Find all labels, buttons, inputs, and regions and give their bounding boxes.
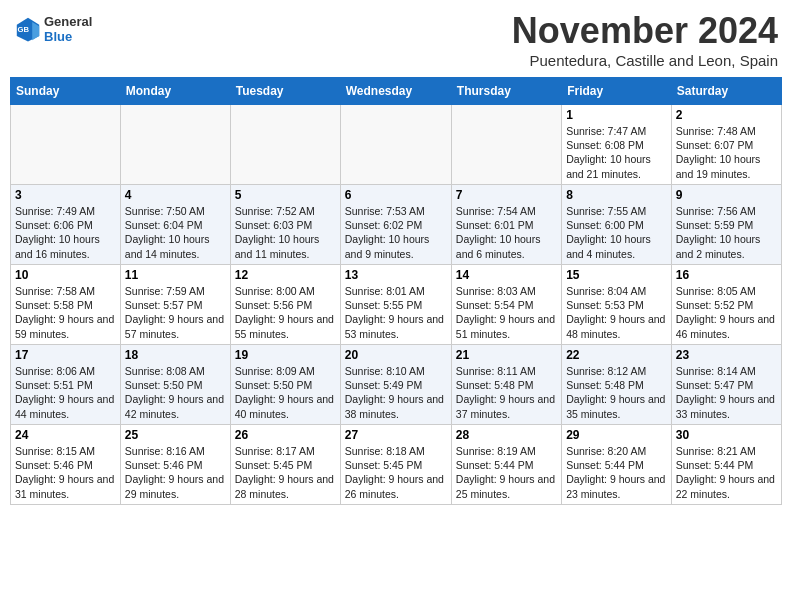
cell-details: Sunrise: 8:11 AMSunset: 5:48 PMDaylight:… — [456, 364, 557, 421]
calendar-cell: 9Sunrise: 7:56 AMSunset: 5:59 PMDaylight… — [671, 185, 781, 265]
cell-details: Sunrise: 8:10 AMSunset: 5:49 PMDaylight:… — [345, 364, 447, 421]
cell-details: Sunrise: 8:16 AMSunset: 5:46 PMDaylight:… — [125, 444, 226, 501]
calendar-cell: 11Sunrise: 7:59 AMSunset: 5:57 PMDayligh… — [120, 265, 230, 345]
calendar-cell: 20Sunrise: 8:10 AMSunset: 5:49 PMDayligh… — [340, 345, 451, 425]
calendar-cell: 4Sunrise: 7:50 AMSunset: 6:04 PMDaylight… — [120, 185, 230, 265]
calendar-cell: 22Sunrise: 8:12 AMSunset: 5:48 PMDayligh… — [562, 345, 672, 425]
day-number: 2 — [676, 108, 777, 122]
cell-details: Sunrise: 8:00 AMSunset: 5:56 PMDaylight:… — [235, 284, 336, 341]
day-number: 12 — [235, 268, 336, 282]
day-number: 30 — [676, 428, 777, 442]
cell-details: Sunrise: 7:56 AMSunset: 5:59 PMDaylight:… — [676, 204, 777, 261]
logo-text: General Blue — [44, 14, 92, 44]
day-number: 28 — [456, 428, 557, 442]
cell-details: Sunrise: 8:12 AMSunset: 5:48 PMDaylight:… — [566, 364, 667, 421]
day-number: 10 — [15, 268, 116, 282]
day-number: 19 — [235, 348, 336, 362]
calendar-row: 17Sunrise: 8:06 AMSunset: 5:51 PMDayligh… — [11, 345, 782, 425]
day-number: 29 — [566, 428, 667, 442]
cell-details: Sunrise: 8:20 AMSunset: 5:44 PMDaylight:… — [566, 444, 667, 501]
cell-details: Sunrise: 8:06 AMSunset: 5:51 PMDaylight:… — [15, 364, 116, 421]
cell-details: Sunrise: 8:04 AMSunset: 5:53 PMDaylight:… — [566, 284, 667, 341]
weekday-header-cell: Saturday — [671, 78, 781, 105]
month-title: November 2024 — [512, 10, 778, 52]
day-number: 15 — [566, 268, 667, 282]
cell-details: Sunrise: 8:15 AMSunset: 5:46 PMDaylight:… — [15, 444, 116, 501]
cell-details: Sunrise: 8:14 AMSunset: 5:47 PMDaylight:… — [676, 364, 777, 421]
cell-details: Sunrise: 7:58 AMSunset: 5:58 PMDaylight:… — [15, 284, 116, 341]
calendar-cell: 7Sunrise: 7:54 AMSunset: 6:01 PMDaylight… — [451, 185, 561, 265]
weekday-header-cell: Wednesday — [340, 78, 451, 105]
title-section: November 2024 Puentedura, Castille and L… — [512, 10, 778, 69]
calendar-cell: 30Sunrise: 8:21 AMSunset: 5:44 PMDayligh… — [671, 425, 781, 505]
day-number: 8 — [566, 188, 667, 202]
calendar-cell — [120, 105, 230, 185]
svg-text:GB: GB — [18, 25, 30, 34]
day-number: 13 — [345, 268, 447, 282]
calendar-cell: 10Sunrise: 7:58 AMSunset: 5:58 PMDayligh… — [11, 265, 121, 345]
weekday-header: SundayMondayTuesdayWednesdayThursdayFrid… — [11, 78, 782, 105]
calendar-cell: 2Sunrise: 7:48 AMSunset: 6:07 PMDaylight… — [671, 105, 781, 185]
logo: GB General Blue — [14, 14, 92, 44]
calendar-row: 3Sunrise: 7:49 AMSunset: 6:06 PMDaylight… — [11, 185, 782, 265]
logo-icon: GB — [14, 15, 42, 43]
calendar-body: 1Sunrise: 7:47 AMSunset: 6:08 PMDaylight… — [11, 105, 782, 505]
calendar-cell: 21Sunrise: 8:11 AMSunset: 5:48 PMDayligh… — [451, 345, 561, 425]
calendar-cell — [11, 105, 121, 185]
cell-details: Sunrise: 8:01 AMSunset: 5:55 PMDaylight:… — [345, 284, 447, 341]
cell-details: Sunrise: 7:54 AMSunset: 6:01 PMDaylight:… — [456, 204, 557, 261]
calendar-cell: 24Sunrise: 8:15 AMSunset: 5:46 PMDayligh… — [11, 425, 121, 505]
weekday-header-cell: Thursday — [451, 78, 561, 105]
header-section: GB General Blue November 2024 Puentedura… — [10, 10, 782, 69]
logo-general: General — [44, 14, 92, 29]
calendar-cell: 5Sunrise: 7:52 AMSunset: 6:03 PMDaylight… — [230, 185, 340, 265]
cell-details: Sunrise: 8:19 AMSunset: 5:44 PMDaylight:… — [456, 444, 557, 501]
weekday-header-cell: Tuesday — [230, 78, 340, 105]
calendar-cell: 16Sunrise: 8:05 AMSunset: 5:52 PMDayligh… — [671, 265, 781, 345]
calendar-cell: 23Sunrise: 8:14 AMSunset: 5:47 PMDayligh… — [671, 345, 781, 425]
calendar-cell: 25Sunrise: 8:16 AMSunset: 5:46 PMDayligh… — [120, 425, 230, 505]
calendar-row: 10Sunrise: 7:58 AMSunset: 5:58 PMDayligh… — [11, 265, 782, 345]
day-number: 14 — [456, 268, 557, 282]
cell-details: Sunrise: 8:05 AMSunset: 5:52 PMDaylight:… — [676, 284, 777, 341]
weekday-header-cell: Sunday — [11, 78, 121, 105]
calendar-cell: 1Sunrise: 7:47 AMSunset: 6:08 PMDaylight… — [562, 105, 672, 185]
day-number: 3 — [15, 188, 116, 202]
day-number: 1 — [566, 108, 667, 122]
logo-blue: Blue — [44, 29, 92, 44]
cell-details: Sunrise: 7:52 AMSunset: 6:03 PMDaylight:… — [235, 204, 336, 261]
calendar-cell: 29Sunrise: 8:20 AMSunset: 5:44 PMDayligh… — [562, 425, 672, 505]
day-number: 20 — [345, 348, 447, 362]
weekday-header-cell: Friday — [562, 78, 672, 105]
day-number: 11 — [125, 268, 226, 282]
calendar-table: SundayMondayTuesdayWednesdayThursdayFrid… — [10, 77, 782, 505]
calendar-cell: 8Sunrise: 7:55 AMSunset: 6:00 PMDaylight… — [562, 185, 672, 265]
calendar-cell: 13Sunrise: 8:01 AMSunset: 5:55 PMDayligh… — [340, 265, 451, 345]
cell-details: Sunrise: 8:18 AMSunset: 5:45 PMDaylight:… — [345, 444, 447, 501]
calendar-cell: 12Sunrise: 8:00 AMSunset: 5:56 PMDayligh… — [230, 265, 340, 345]
calendar-cell: 6Sunrise: 7:53 AMSunset: 6:02 PMDaylight… — [340, 185, 451, 265]
calendar-row: 24Sunrise: 8:15 AMSunset: 5:46 PMDayligh… — [11, 425, 782, 505]
day-number: 17 — [15, 348, 116, 362]
cell-details: Sunrise: 7:55 AMSunset: 6:00 PMDaylight:… — [566, 204, 667, 261]
calendar-cell — [340, 105, 451, 185]
calendar-cell: 14Sunrise: 8:03 AMSunset: 5:54 PMDayligh… — [451, 265, 561, 345]
day-number: 4 — [125, 188, 226, 202]
cell-details: Sunrise: 7:59 AMSunset: 5:57 PMDaylight:… — [125, 284, 226, 341]
calendar-cell: 28Sunrise: 8:19 AMSunset: 5:44 PMDayligh… — [451, 425, 561, 505]
weekday-header-cell: Monday — [120, 78, 230, 105]
cell-details: Sunrise: 7:48 AMSunset: 6:07 PMDaylight:… — [676, 124, 777, 181]
calendar-cell: 19Sunrise: 8:09 AMSunset: 5:50 PMDayligh… — [230, 345, 340, 425]
location-title: Puentedura, Castille and Leon, Spain — [512, 52, 778, 69]
day-number: 9 — [676, 188, 777, 202]
cell-details: Sunrise: 8:08 AMSunset: 5:50 PMDaylight:… — [125, 364, 226, 421]
calendar-cell: 18Sunrise: 8:08 AMSunset: 5:50 PMDayligh… — [120, 345, 230, 425]
day-number: 16 — [676, 268, 777, 282]
cell-details: Sunrise: 7:53 AMSunset: 6:02 PMDaylight:… — [345, 204, 447, 261]
calendar-cell — [451, 105, 561, 185]
cell-details: Sunrise: 8:21 AMSunset: 5:44 PMDaylight:… — [676, 444, 777, 501]
day-number: 21 — [456, 348, 557, 362]
calendar-cell: 27Sunrise: 8:18 AMSunset: 5:45 PMDayligh… — [340, 425, 451, 505]
day-number: 18 — [125, 348, 226, 362]
calendar-cell: 15Sunrise: 8:04 AMSunset: 5:53 PMDayligh… — [562, 265, 672, 345]
